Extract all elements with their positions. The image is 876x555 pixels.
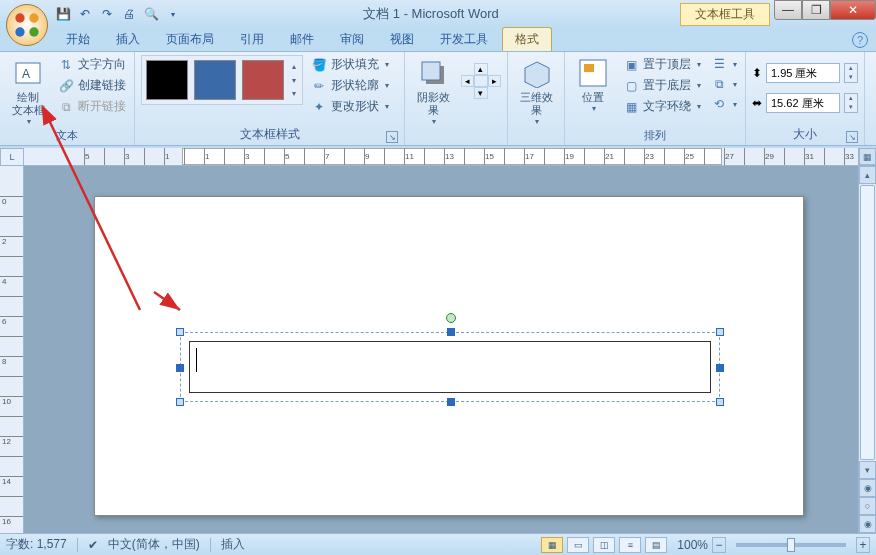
zoom-in-button[interactable]: + (856, 537, 870, 553)
vertical-scrollbar[interactable]: ▦ (858, 148, 876, 166)
tab-layout[interactable]: 页面布局 (154, 28, 226, 51)
nudge-up[interactable]: ▴ (474, 63, 487, 75)
style-swatch-3[interactable] (242, 60, 284, 100)
language-status[interactable]: 中文(简体，中国) (108, 536, 200, 553)
gallery-more-icon[interactable]: ▾ (292, 89, 296, 98)
create-link-button[interactable]: 🔗创建链接 (56, 76, 128, 95)
next-page-icon[interactable]: ◉ (859, 515, 876, 533)
tab-reference[interactable]: 引用 (228, 28, 276, 51)
tab-review[interactable]: 审阅 (328, 28, 376, 51)
horizontal-ruler[interactable]: 53113579111315171921232527293133 (24, 148, 858, 166)
insert-mode[interactable]: 插入 (221, 536, 245, 553)
handle-n[interactable] (447, 328, 455, 336)
office-button[interactable] (6, 4, 48, 46)
text-wrap-button[interactable]: ▦文字环绕▾ (621, 97, 703, 116)
height-input[interactable] (766, 63, 840, 83)
chevron-down-icon: ▾ (27, 117, 31, 126)
vertical-ruler[interactable]: 024681012141618 (0, 166, 24, 533)
ruler-toggle[interactable]: ▦ (859, 148, 876, 165)
gallery-up-icon[interactable]: ▴ (292, 62, 296, 71)
align-button[interactable]: ☰▾ (709, 55, 739, 73)
help-button[interactable]: ? (852, 32, 868, 48)
textbox[interactable] (189, 341, 711, 393)
tab-view[interactable]: 视图 (378, 28, 426, 51)
height-spinner[interactable]: ▴▾ (844, 63, 858, 83)
text-direction-button[interactable]: ⇅文字方向 (56, 55, 128, 74)
minimize-button[interactable]: — (774, 0, 802, 20)
dialog-launcher-icon[interactable]: ↘ (386, 131, 398, 143)
handle-sw[interactable] (176, 398, 184, 406)
change-shape-icon: ✦ (311, 99, 327, 115)
nudge-down[interactable]: ▾ (474, 87, 487, 99)
nudge-left[interactable]: ◂ (461, 75, 474, 87)
zoom-out-button[interactable]: − (712, 537, 726, 553)
ruler-corner[interactable]: L (0, 148, 24, 166)
view-print-layout[interactable]: ▦ (541, 537, 563, 553)
handle-s[interactable] (447, 398, 455, 406)
undo-icon[interactable]: ↶ (76, 5, 94, 23)
view-outline[interactable]: ≡ (619, 537, 641, 553)
bring-front-icon: ▣ (623, 57, 639, 73)
shape-fill-button[interactable]: 🪣形状填充▾ (309, 55, 391, 74)
break-link-button[interactable]: ⧉断开链接 (56, 97, 128, 116)
textbox-selection[interactable] (180, 332, 720, 402)
handle-w[interactable] (176, 364, 184, 372)
style-swatch-1[interactable] (146, 60, 188, 100)
word-count[interactable]: 字数: 1,577 (6, 536, 67, 553)
quick-access-toolbar: 💾 ↶ ↷ 🖨 🔍 ▾ (54, 5, 182, 23)
qat-more-icon[interactable]: ▾ (164, 5, 182, 23)
gallery-down-icon[interactable]: ▾ (292, 76, 296, 85)
zoom-knob[interactable] (787, 538, 795, 552)
style-gallery[interactable]: ▴ ▾ ▾ (141, 55, 303, 105)
bring-front-button[interactable]: ▣置于顶层▾ (621, 55, 703, 74)
tab-developer[interactable]: 开发工具 (428, 28, 500, 51)
shadow-effect-button[interactable]: 阴影效果 ▾ (411, 55, 455, 128)
zoom-slider[interactable] (736, 543, 846, 547)
tab-format[interactable]: 格式 (502, 27, 552, 51)
page[interactable] (94, 196, 804, 516)
nudge-right[interactable]: ▸ (488, 75, 501, 87)
style-swatch-2[interactable] (194, 60, 236, 100)
handle-se[interactable] (716, 398, 724, 406)
send-back-button[interactable]: ▢置于底层▾ (621, 76, 703, 95)
scroll-thumb[interactable] (860, 185, 875, 460)
draw-textbox-button[interactable]: A 绘制 文本框 ▾ (6, 55, 50, 128)
view-full-reading[interactable]: ▭ (567, 537, 589, 553)
prev-page-icon[interactable]: ◉ (859, 479, 876, 497)
rotate-button[interactable]: ⟲▾ (709, 95, 739, 113)
width-spinner[interactable]: ▴▾ (844, 93, 858, 113)
position-label: 位置 (582, 91, 604, 104)
tab-insert[interactable]: 插入 (104, 28, 152, 51)
tab-home[interactable]: 开始 (54, 28, 102, 51)
preview-icon[interactable]: 🔍 (142, 5, 160, 23)
spellcheck-icon[interactable]: ✔ (88, 538, 98, 552)
close-button[interactable]: ✕ (830, 0, 876, 20)
scroll-down-icon[interactable]: ▾ (859, 461, 876, 479)
handle-nw[interactable] (176, 328, 184, 336)
group-button[interactable]: ⧉▾ (709, 75, 739, 93)
handle-ne[interactable] (716, 328, 724, 336)
view-web[interactable]: ◫ (593, 537, 615, 553)
group-icon: ⧉ (711, 76, 727, 92)
tab-mail[interactable]: 邮件 (278, 28, 326, 51)
print-icon[interactable]: 🖨 (120, 5, 138, 23)
redo-icon[interactable]: ↷ (98, 5, 116, 23)
zoom-level[interactable]: 100% (677, 538, 708, 552)
rotate-icon: ⟲ (711, 96, 727, 112)
shape-outline-button[interactable]: ✏形状轮廓▾ (309, 76, 391, 95)
width-input[interactable] (766, 93, 840, 113)
handle-e[interactable] (716, 364, 724, 372)
document-viewport[interactable] (24, 166, 858, 533)
dialog-launcher-icon[interactable]: ↘ (846, 131, 858, 143)
maximize-button[interactable]: ❐ (802, 0, 830, 20)
scroll-up-icon[interactable]: ▴ (859, 166, 876, 184)
browse-object-icon[interactable]: ○ (859, 497, 876, 515)
save-icon[interactable]: 💾 (54, 5, 72, 23)
rotate-handle[interactable] (446, 313, 456, 323)
position-button[interactable]: 位置 ▾ (571, 55, 615, 115)
threeD-effect-button[interactable]: 三维效果 ▾ (514, 55, 558, 128)
change-shape-button[interactable]: ✦更改形状▾ (309, 97, 391, 116)
vertical-scrollbar-track[interactable]: ▴ ▾ ◉ ○ ◉ (858, 166, 876, 533)
view-draft[interactable]: ▤ (645, 537, 667, 553)
threeD-icon (520, 57, 552, 89)
